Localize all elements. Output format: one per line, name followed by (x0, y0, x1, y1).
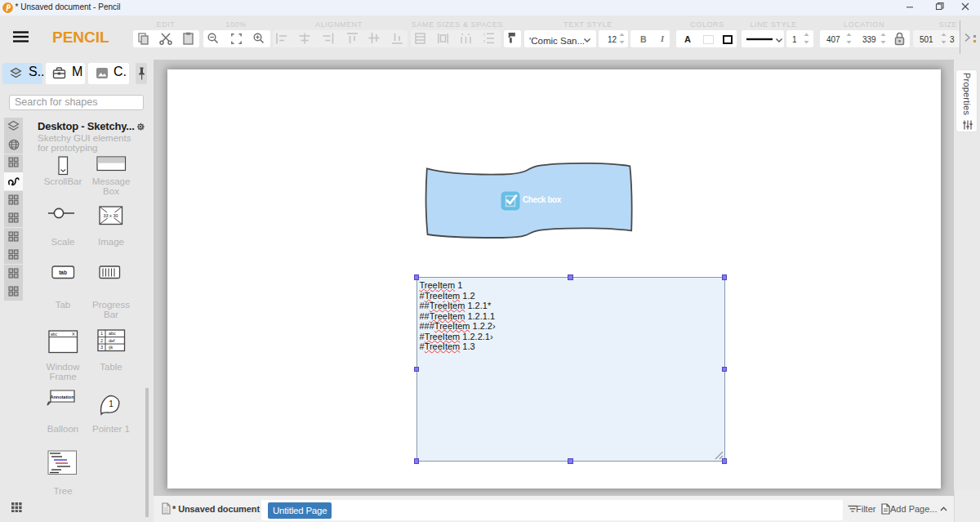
svg-text:abc: abc (51, 332, 58, 337)
svg-text:33 x 30: 33 x 30 (103, 213, 118, 218)
svg-text:Annotation: Annotation (50, 395, 74, 399)
svg-text:1: 1 (109, 399, 114, 408)
svg-text:X: X (72, 332, 75, 337)
svg-text:abc: abc (109, 331, 116, 336)
svg-text:3: 3 (100, 345, 103, 350)
svg-text:tab: tab (59, 270, 67, 275)
svg-text:def: def (109, 338, 115, 343)
svg-text:2: 2 (100, 338, 103, 343)
svg-text:ijk: ijk (109, 345, 113, 350)
svg-text:1: 1 (100, 331, 103, 336)
